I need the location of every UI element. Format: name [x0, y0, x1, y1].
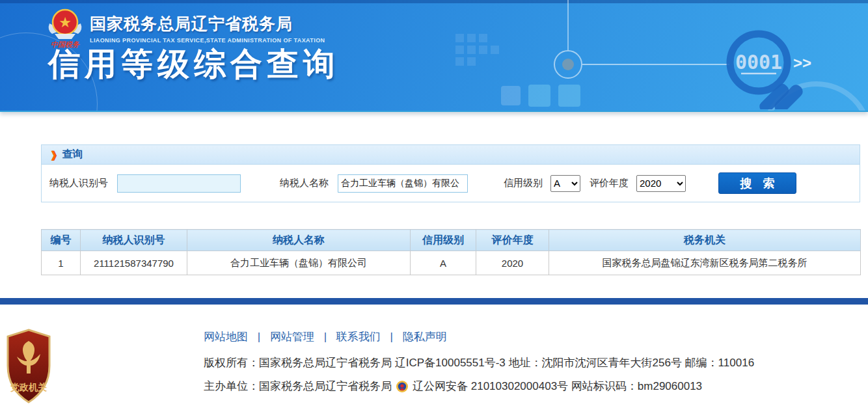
query-panel-title: 查询 — [62, 148, 83, 161]
organizer-prefix: 主办单位：国家税务总局辽宁省税务局 — [204, 379, 392, 394]
party-government-badge-icon: 党政机关 — [5, 328, 52, 405]
square-decoration — [455, 34, 464, 42]
taxpayer-id-label: 纳税人识别号 — [49, 177, 108, 189]
tax-bureau-logo: ★ 中国税务 — [46, 8, 85, 48]
link-site-admin[interactable]: 网站管理 — [270, 331, 314, 343]
cell-taxpayer-id: 211121587347790 — [81, 251, 187, 275]
copyright-line: 版权所有：国家税务总局辽宁省税务局 辽ICP备10005551号-3 地址：沈阳… — [204, 355, 754, 370]
cell-taxpayer-name: 合力工业车辆（盘锦）有限公司 — [187, 251, 411, 275]
magnifier-icon: 0001 >> — [718, 25, 828, 109]
square-decoration — [455, 46, 464, 54]
page-title: 信用等级综合查询 — [48, 43, 340, 86]
query-form: 纳税人识别号 纳税人名称 信用级别 A 评价年度 2020 搜 索 — [42, 165, 860, 202]
col-header-tax-authority: 税务机关 — [549, 230, 861, 251]
col-header-taxpayer-id: 纳税人识别号 — [81, 230, 187, 251]
table-row: 1 211121587347790 合力工业车辆（盘锦）有限公司 A 2020 … — [42, 251, 861, 275]
square-decoration — [467, 46, 476, 54]
organizer-line: 主办单位：国家税务总局辽宁省税务局 辽公网安备 21010302000403号 … — [204, 379, 754, 394]
line-decoration — [567, 0, 569, 50]
square-decoration — [528, 85, 550, 107]
search-button[interactable]: 搜 索 — [718, 172, 796, 194]
footer-links: 网站地图 | 网站管理 | 联系我们 | 隐私声明 — [204, 329, 754, 344]
eval-year-select[interactable]: 2020 — [636, 175, 686, 192]
cell-index: 1 — [42, 251, 81, 275]
cell-credit-level: A — [411, 251, 476, 275]
square-decoration — [491, 46, 499, 54]
line-decoration — [582, 64, 729, 65]
credit-level-label: 信用级别 — [504, 177, 543, 189]
taxpayer-id-input[interactable] — [117, 174, 241, 193]
svg-text:★: ★ — [59, 14, 72, 31]
square-decoration — [558, 85, 580, 107]
link-privacy[interactable]: 隐私声明 — [403, 331, 447, 343]
taxpayer-name-input[interactable] — [338, 174, 468, 193]
arrows-decoration: >> — [793, 54, 811, 72]
col-header-index: 编号 — [42, 230, 81, 251]
link-site-map[interactable]: 网站地图 — [204, 331, 248, 343]
square-decoration — [479, 46, 487, 54]
cell-tax-authority: 国家税务总局盘锦辽东湾新区税务局第二税务所 — [549, 251, 861, 275]
query-panel: ❱ 查询 纳税人识别号 纳税人名称 信用级别 A 评价年度 2020 搜 索 — [41, 144, 860, 202]
square-decoration — [455, 57, 464, 66]
organizer-suffix: 辽公网安备 21010302000403号 网站标识码：bm29060013 — [413, 379, 702, 394]
eval-year-label: 评价年度 — [590, 177, 629, 189]
org-name: 国家税务总局辽宁省税务局 — [90, 13, 325, 34]
site-header: 0001 >> ★ 中国税务 国家税务总局辽宁省税务局 LIAONING PRO… — [0, 0, 868, 112]
link-contact-us[interactable]: 联系我们 — [336, 331, 381, 343]
square-decoration — [479, 34, 487, 42]
copyright-text: 版权所有：国家税务总局辽宁省税务局 辽ICP备10005551号-3 地址：沈阳… — [204, 355, 754, 370]
separator-bar — [0, 298, 868, 305]
col-header-credit-level: 信用级别 — [411, 230, 476, 251]
square-decoration — [501, 86, 521, 105]
col-header-eval-year: 评价年度 — [476, 230, 549, 251]
cell-eval-year: 2020 — [476, 251, 549, 275]
site-footer: 党政机关 网站地图 | 网站管理 | 联系我们 | 隐私声明 版权所有：国家税务… — [0, 305, 868, 408]
target-circle-decoration — [554, 50, 582, 79]
link-separator: | — [390, 331, 393, 343]
brand: ★ 中国税务 国家税务总局辽宁省税务局 LIAONING PROVINCIAL … — [46, 8, 325, 48]
square-decoration — [467, 34, 476, 42]
police-badge-icon — [396, 380, 409, 393]
link-separator: | — [258, 331, 260, 343]
orange-arrow-icon: ❱ — [49, 149, 58, 161]
table-header-row: 编号 纳税人识别号 纳税人名称 信用级别 评价年度 税务机关 — [42, 230, 861, 251]
badge-label: 党政机关 — [10, 382, 47, 392]
col-header-taxpayer-name: 纳税人名称 — [187, 230, 411, 251]
taxpayer-name-label: 纳税人名称 — [280, 177, 329, 189]
results-table: 编号 纳税人识别号 纳税人名称 信用级别 评价年度 税务机关 1 2111215… — [41, 229, 861, 275]
counter-text: 0001 — [735, 51, 782, 74]
query-panel-header: ❱ 查询 — [42, 145, 860, 165]
link-separator: | — [324, 331, 327, 343]
credit-level-select[interactable]: A — [550, 175, 580, 192]
square-decoration — [467, 57, 476, 66]
